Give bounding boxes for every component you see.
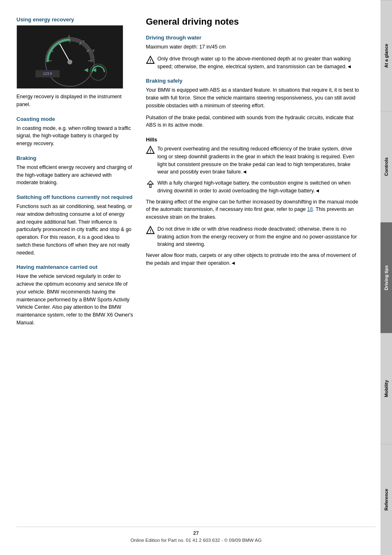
braking-safely-text2: Pulsation of the brake pedal, combined w… xyxy=(146,114,360,130)
braking-text: The most efficient energy recovery and c… xyxy=(16,164,134,187)
dashboard-image: 6 7 8 123.5 xyxy=(16,25,123,89)
energy-recovery-heading: Using energy recovery xyxy=(16,16,134,23)
braking-safely-text1: Your BMW is equipped with ABS as a stand… xyxy=(146,86,360,109)
hills-warning1-block: ! To prevent overheating and the resulti… xyxy=(146,145,360,176)
hills-text1: The braking effect of the engine can be … xyxy=(146,198,360,221)
general-driving-notes-heading: General driving notes xyxy=(146,16,360,27)
hills-warning2-block: ! Do not drive in idle or with drive rea… xyxy=(146,225,360,248)
note-icon-hills xyxy=(146,180,155,189)
svg-point-3 xyxy=(67,60,72,65)
tab-reference[interactable]: Reference xyxy=(380,444,392,555)
hills-warning1-text: To prevent overheating and the resulting… xyxy=(157,145,360,176)
water-depth: Maximum water depth: 17 in/45 cm xyxy=(146,43,360,51)
hills-note1-text: With a fully charged high-voltage batter… xyxy=(157,179,360,195)
svg-text:123.5: 123.5 xyxy=(43,72,52,76)
hills-note1-block: With a fully charged high-voltage batter… xyxy=(146,179,360,195)
svg-text:8: 8 xyxy=(92,49,95,53)
side-tabs: At a glance Controls Driving tips Mobili… xyxy=(380,0,392,555)
page-container: At a glance Controls Driving tips Mobili… xyxy=(0,0,392,555)
footer-text: Online Edition for Part no. 01 41 2 603 … xyxy=(16,538,376,543)
tab-mobility[interactable]: Mobility xyxy=(380,333,392,444)
svg-text:!: ! xyxy=(150,58,151,63)
switching-heading: Switching off functions currently not re… xyxy=(16,194,134,200)
tab-at-a-glance[interactable]: At a glance xyxy=(380,0,392,111)
water-warning-block: ! Only drive through water up to the abo… xyxy=(146,55,360,71)
svg-marker-23 xyxy=(148,181,154,184)
hills-warning2-text: Do not drive in idle or with drive readi… xyxy=(157,225,360,248)
braking-safely-heading: Braking safely xyxy=(146,78,360,84)
page-number: 27 xyxy=(16,530,376,536)
warning-icon-hills: ! xyxy=(146,146,155,155)
main-content: Using energy recovery xyxy=(0,0,380,555)
warning-icon-hills2: ! xyxy=(146,226,155,235)
svg-text:!: ! xyxy=(150,228,151,233)
hills-heading: Hills xyxy=(146,136,360,143)
energy-recovery-caption: Energy recovery is displayed in the inst… xyxy=(16,93,134,109)
left-column: Using energy recovery xyxy=(16,16,134,539)
coasting-text: In coasting mode, e.g. when rolling towa… xyxy=(16,125,134,148)
coasting-heading: Coasting mode xyxy=(16,116,134,122)
maintenance-text: Have the vehicle serviced regularly in o… xyxy=(16,273,134,326)
svg-rect-24 xyxy=(150,184,151,187)
right-column: General driving notes Driving through wa… xyxy=(146,16,360,539)
maintenance-heading: Having maintenance carried out xyxy=(16,264,134,270)
svg-text:!: ! xyxy=(150,148,151,153)
page-footer: 27 Online Edition for Part no. 01 41 2 6… xyxy=(16,527,376,543)
svg-text:6: 6 xyxy=(68,35,70,39)
tab-controls[interactable]: Controls xyxy=(380,111,392,222)
water-warning-text: Only drive through water up to the above… xyxy=(157,55,360,71)
hills-text2: Never allow floor mats, carpets or any o… xyxy=(146,252,360,267)
page-link-18[interactable]: 18 xyxy=(307,206,313,212)
warning-icon-water: ! xyxy=(146,56,155,65)
svg-text:7: 7 xyxy=(83,39,85,44)
tab-driving-tips[interactable]: Driving tips xyxy=(380,222,392,333)
braking-heading: Braking xyxy=(16,155,134,161)
water-heading: Driving through water xyxy=(146,35,360,41)
switching-text: Functions such as air conditioning, seat… xyxy=(16,203,134,257)
